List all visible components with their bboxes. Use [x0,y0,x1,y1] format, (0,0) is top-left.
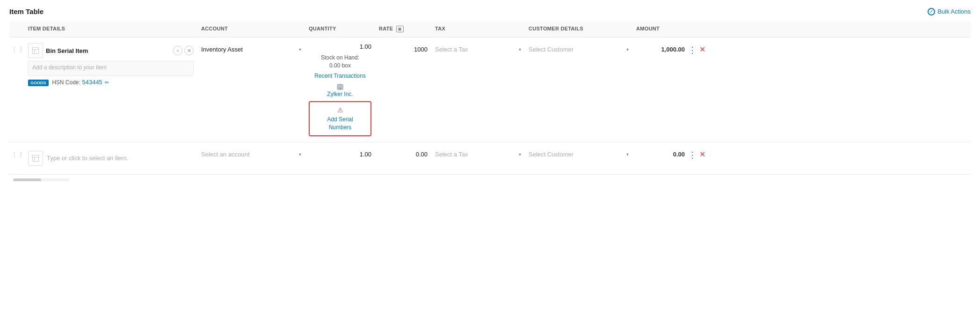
customer-placeholder: Select Customer [529,151,573,158]
customer-dropdown[interactable]: Select Customer ▾ [529,46,629,53]
drag-handle[interactable]: ⋮⋮ [11,37,24,53]
hsn-edit-icon[interactable]: ✏ [105,80,109,85]
scrollbar-container [9,178,971,181]
item-details-cell: Type or click to select an item. [24,142,197,174]
delete-row-button[interactable]: ✕ [699,45,705,54]
tax-col-header: TAX [431,21,525,37]
customer-cell: Select Customer ▾ [525,37,632,59]
customer-dropdown[interactable]: Select Customer ▾ [529,151,629,158]
row-actions: ⋮ ✕ [689,142,707,166]
customer-placeholder: Select Customer [529,46,573,53]
amount-value: 1,000.00 [661,46,685,53]
hsn-label: HSN Code: [52,79,80,86]
rate-value[interactable]: 0.00 [416,151,428,158]
account-cell: Inventory Asset ▾ [197,37,305,59]
account-placeholder: Select an account [201,151,249,158]
more-options-button[interactable]: ⋮ [688,150,697,160]
customer-dropdown-arrow: ▾ [626,47,629,52]
account-dropdown[interactable]: Select an account ▾ [201,151,301,158]
goods-badge: GOODS [28,80,49,86]
bulk-actions-icon: ✓ [928,8,935,15]
quantity-value[interactable]: 1.00 [309,151,371,158]
item-thumbnail [28,151,43,166]
item-details-col-header: ITEM DETAILS [24,21,197,37]
actions-col-header [689,21,707,37]
customer-dropdown-arrow: ▾ [626,152,629,157]
more-options-button[interactable]: ⋮ [688,45,697,55]
horizontal-scrollbar[interactable] [13,178,69,181]
row-actions: ⋮ ✕ [689,37,707,61]
add-serial-line1: Add Serial [327,116,353,124]
quantity-col-header: QUANTITY [305,21,375,37]
table-header: Item Table ✓ Bulk Actions [9,7,971,15]
quantity-cell: 1.00 [305,142,375,167]
item-actions: ○ ✕ [173,46,194,55]
add-serial-line2: Numbers [329,124,352,132]
quantity-cell: 1.00 Stock on Hand: 0.00 box Recent Tran… [305,37,375,142]
add-serial-numbers-button[interactable]: ⚠ Add Serial Numbers [309,101,371,136]
company-name: Zylker Inc. [327,91,353,97]
item-name: Bin Serial Item [46,47,170,54]
rate-col-header: RATE ⊞ [375,21,431,37]
item-remove-button[interactable]: ✕ [184,46,194,55]
amount-col-header: AMOUNT [632,21,689,37]
scrollbar-thumb[interactable] [13,178,41,181]
account-col-header: ACCOUNT [197,21,305,37]
rate-value[interactable]: 1000 [414,46,428,53]
company-icon: 🏢 [336,83,344,90]
svg-rect-1 [32,155,39,162]
tax-cell: Select a Tax ▾ [431,37,525,59]
warning-icon: ⚠ [337,106,343,115]
tax-dropdown-arrow: ▾ [519,47,521,52]
rate-settings-icon[interactable]: ⊞ [396,26,404,32]
customer-col-header: CUSTOMER DETAILS [525,21,632,37]
tax-dropdown[interactable]: Select a Tax ▾ [435,46,521,53]
customer-cell: Select Customer ▾ [525,142,632,163]
account-cell: Select an account ▾ [197,142,305,163]
column-headers: ITEM DETAILS ACCOUNT QUANTITY RATE ⊞ TAX… [9,21,971,37]
page-container: Item Table ✓ Bulk Actions ITEM DETAILS A… [0,0,980,189]
item-select-placeholder[interactable]: Type or click to select an item. [47,155,128,162]
tax-placeholder: Select a Tax [435,46,468,53]
recent-transactions-link[interactable]: Recent Transactions [309,73,371,79]
delete-row-button[interactable]: ✕ [699,150,705,159]
item-description-input[interactable]: Add a description to your item [28,61,194,76]
item-details-cell: Bin Serial Item ○ ✕ Add a description to… [24,37,197,92]
amount-cell: 0.00 [632,142,689,163]
company-link[interactable]: 🏢 Zylker Inc. [309,83,371,97]
item-thumbnail [28,43,43,58]
table-row: ⋮⋮ Bin Serial Item ○ ✕ Add a description… [9,37,971,142]
account-dropdown[interactable]: Inventory Asset ▾ [201,46,301,53]
page-title: Item Table [9,7,44,15]
tax-cell: Select a Tax ▾ [431,142,525,163]
amount-cell: 1,000.00 [632,37,689,59]
item-copy-button[interactable]: ○ [173,46,182,55]
drag-col-header [11,21,24,37]
svg-rect-0 [32,47,39,54]
item-name-row: Bin Serial Item ○ ✕ [28,43,194,58]
tax-placeholder: Select a Tax [435,151,468,158]
amount-value: 0.00 [673,151,685,158]
account-value: Inventory Asset [201,46,243,53]
quantity-value[interactable]: 1.00 [309,43,371,50]
hsn-code-link[interactable]: 543445 [82,79,102,86]
bulk-actions-button[interactable]: ✓ Bulk Actions [928,8,971,15]
rate-cell: 0.00 [375,142,431,163]
drag-handle[interactable]: ⋮⋮ [11,142,24,158]
stock-info: Stock on Hand: 0.00 box [309,54,371,70]
description-placeholder: Add a description to your item [32,64,107,71]
tax-dropdown-arrow: ▾ [519,152,521,157]
hsn-row: GOODS HSN Code: 543445 ✏ [28,79,194,86]
account-dropdown-arrow: ▾ [299,152,301,157]
bulk-actions-label: Bulk Actions [937,8,971,15]
tax-dropdown[interactable]: Select a Tax ▾ [435,151,521,158]
table-row: ⋮⋮ Type or click to select an item. Sele… [9,142,971,175]
account-dropdown-arrow: ▾ [299,47,301,52]
rate-cell: 1000 [375,37,431,59]
